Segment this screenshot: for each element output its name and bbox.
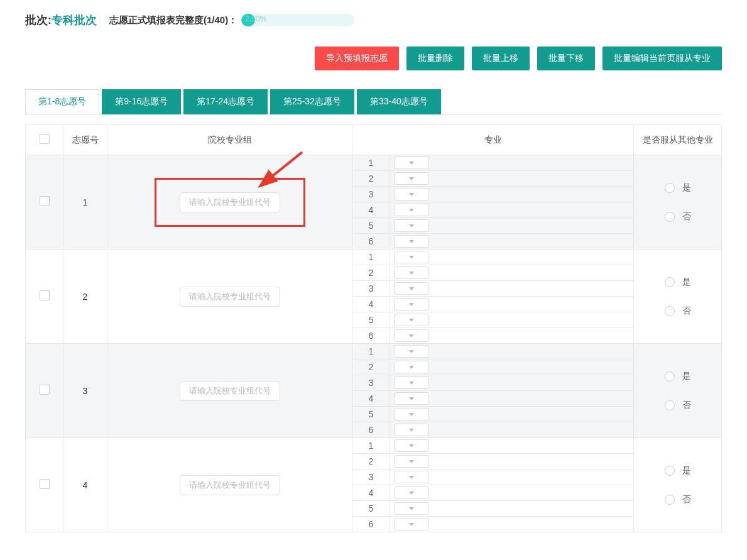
obey-no-option[interactable]: 否 bbox=[665, 211, 691, 222]
tab-5[interactable]: 第33-40志愿号 bbox=[357, 89, 441, 114]
table-header-row: 志愿号 院校专业组 专业 是否服从其他专业 bbox=[26, 125, 722, 155]
major-select-wrap bbox=[390, 485, 633, 500]
college-cell: 请输入院校专业组代号 bbox=[107, 344, 352, 438]
chevron-down-icon bbox=[409, 523, 414, 526]
chevron-down-icon bbox=[409, 491, 414, 495]
major-select[interactable] bbox=[394, 424, 429, 436]
obey-no-option[interactable]: 否 bbox=[665, 494, 691, 505]
chevron-down-icon bbox=[409, 319, 414, 322]
major-row: 4 bbox=[352, 391, 633, 407]
major-select[interactable] bbox=[394, 172, 429, 185]
obey-yes-option[interactable]: 是 bbox=[665, 182, 691, 194]
major-select[interactable] bbox=[394, 502, 429, 515]
major-select[interactable] bbox=[394, 266, 429, 279]
college-code-input[interactable]: 请输入院校专业组代号 bbox=[180, 381, 280, 401]
major-select[interactable] bbox=[394, 219, 429, 232]
batch-value: 专科批次 bbox=[52, 13, 97, 28]
progress-info: 志愿正式填报表完整度(1/40)： 2.50% bbox=[109, 14, 354, 26]
major-select[interactable] bbox=[394, 314, 429, 326]
major-row: 1 bbox=[352, 344, 633, 360]
radio-icon bbox=[665, 212, 675, 222]
bulk-delete-button[interactable]: 批量删除 bbox=[406, 47, 464, 70]
tab-3[interactable]: 第17-24志愿号 bbox=[183, 89, 268, 114]
row-num: 2 bbox=[63, 250, 107, 344]
major-select-wrap bbox=[390, 297, 633, 312]
college-code-input[interactable]: 请输入院校专业组代号 bbox=[180, 287, 280, 307]
th-num: 志愿号 bbox=[63, 125, 107, 155]
major-select[interactable] bbox=[394, 439, 429, 452]
major-select[interactable] bbox=[394, 471, 429, 483]
major-select[interactable] bbox=[394, 156, 429, 169]
obey-yes-option[interactable]: 是 bbox=[665, 371, 691, 382]
page-container: 批次: 专科批次 志愿正式填报表完整度(1/40)： 2.50% 导入预填报志愿… bbox=[0, 0, 747, 545]
th-obey: 是否服从其他专业 bbox=[634, 125, 722, 155]
major-index: 4 bbox=[352, 391, 390, 406]
major-row: 5 bbox=[352, 501, 633, 517]
bulk-down-button[interactable]: 批量下移 bbox=[537, 47, 595, 70]
th-major: 专业 bbox=[352, 125, 634, 155]
obey-yes-option[interactable]: 是 bbox=[665, 277, 691, 288]
major-index: 2 bbox=[352, 171, 390, 186]
radio-icon bbox=[665, 400, 675, 410]
obey-cell: 是否 bbox=[634, 155, 722, 250]
major-select[interactable] bbox=[394, 376, 429, 389]
major-select-wrap bbox=[390, 360, 633, 375]
major-select[interactable] bbox=[394, 345, 429, 358]
major-index: 4 bbox=[352, 297, 390, 312]
major-row: 2 bbox=[352, 171, 633, 187]
major-select[interactable] bbox=[394, 486, 429, 499]
tab-1[interactable]: 第1-8志愿号 bbox=[25, 89, 99, 114]
major-row: 2 bbox=[352, 265, 633, 281]
major-row: 5 bbox=[352, 407, 633, 422]
major-row: 1 bbox=[352, 438, 633, 454]
row-check-cell bbox=[26, 250, 63, 344]
college-cell: 请输入院校专业组代号 bbox=[107, 438, 352, 532]
table-row: 4请输入院校专业组代号123456是否 bbox=[26, 438, 722, 532]
major-select[interactable] bbox=[394, 392, 429, 405]
tab-2[interactable]: 第9-16志愿号 bbox=[102, 89, 181, 114]
major-index: 3 bbox=[352, 281, 390, 296]
tab-4[interactable]: 第25-32志愿号 bbox=[270, 89, 354, 114]
obey-no-option[interactable]: 否 bbox=[665, 400, 691, 411]
major-select[interactable] bbox=[394, 188, 429, 200]
major-select[interactable] bbox=[394, 329, 429, 342]
import-button[interactable]: 导入预填报志愿 bbox=[315, 47, 399, 70]
chevron-down-icon bbox=[409, 507, 414, 510]
major-select-wrap bbox=[390, 438, 633, 453]
major-select[interactable] bbox=[394, 235, 429, 248]
majors-cell: 123456 bbox=[352, 438, 634, 532]
major-select[interactable] bbox=[394, 361, 429, 373]
major-select[interactable] bbox=[394, 251, 429, 263]
major-select-wrap bbox=[390, 407, 633, 422]
table-row: 1请输入院校专业组代号123456是否 bbox=[26, 155, 722, 250]
major-row: 4 bbox=[352, 297, 633, 312]
bulk-up-button[interactable]: 批量上移 bbox=[472, 47, 530, 70]
obey-no-option[interactable]: 否 bbox=[665, 305, 691, 317]
major-row: 3 bbox=[352, 187, 633, 202]
row-checkbox[interactable] bbox=[40, 196, 50, 206]
major-select[interactable] bbox=[394, 455, 429, 468]
college-code-input[interactable]: 请输入院校专业组代号 bbox=[180, 192, 280, 212]
major-select[interactable] bbox=[394, 282, 429, 295]
major-row: 2 bbox=[352, 360, 633, 375]
majors-cell: 123456 bbox=[352, 250, 634, 344]
select-all-checkbox[interactable] bbox=[40, 134, 50, 144]
obey-yes-option[interactable]: 是 bbox=[665, 465, 691, 476]
row-num: 4 bbox=[63, 438, 107, 532]
major-select[interactable] bbox=[394, 298, 429, 310]
major-select[interactable] bbox=[394, 518, 429, 530]
major-index: 5 bbox=[352, 407, 390, 422]
college-code-input[interactable]: 请输入院校专业组代号 bbox=[180, 475, 280, 495]
toolbar: 导入预填报志愿 批量删除 批量上移 批量下移 批量编辑当前页服从专业 bbox=[25, 47, 722, 70]
major-select[interactable] bbox=[394, 204, 429, 216]
obey-yes-label: 是 bbox=[682, 182, 691, 194]
radio-icon bbox=[665, 371, 675, 382]
bulk-edit-button[interactable]: 批量编辑当前页服从专业 bbox=[603, 47, 722, 70]
batch-info: 批次: 专科批次 bbox=[25, 13, 97, 28]
major-row: 6 bbox=[352, 234, 633, 249]
row-checkbox[interactable] bbox=[40, 385, 50, 395]
chevron-down-icon bbox=[409, 224, 414, 228]
major-select[interactable] bbox=[394, 408, 429, 420]
row-checkbox[interactable] bbox=[40, 290, 50, 300]
row-checkbox[interactable] bbox=[40, 479, 50, 489]
